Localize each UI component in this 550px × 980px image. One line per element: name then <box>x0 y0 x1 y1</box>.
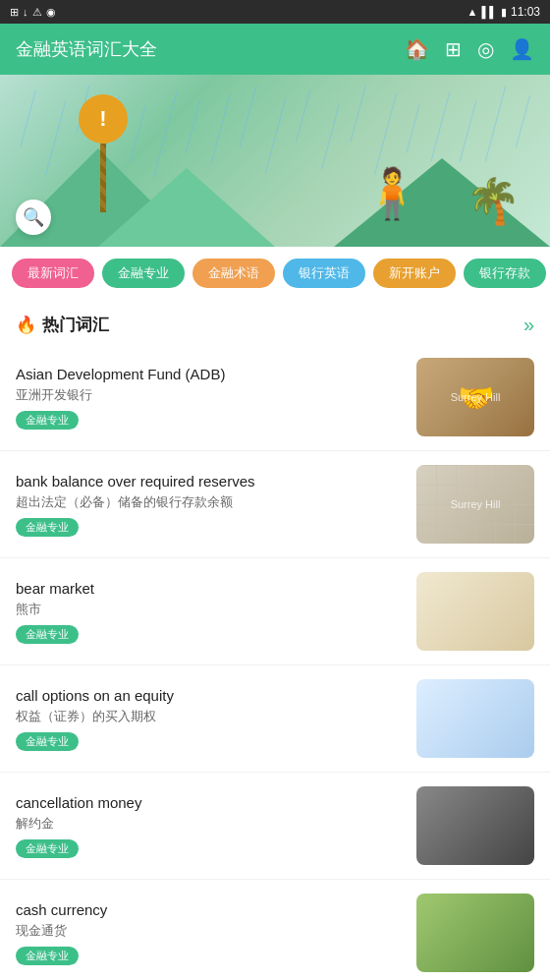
word-english: cash currency <box>16 901 405 918</box>
app-header: 金融英语词汇大全 🏠 ⊞ ◎ 👤 <box>0 24 550 75</box>
word-chinese: 权益（证券）的买入期权 <box>16 708 405 725</box>
word-english: Asian Development Fund (ADB) <box>16 366 405 382</box>
battery-icon: ▮ <box>501 6 507 19</box>
app-title: 金融英语词汇大全 <box>16 37 157 61</box>
category-pill[interactable]: 银行英语 <box>283 259 365 288</box>
download-status-icon: ↓ <box>23 6 28 18</box>
category-pills: 最新词汇金融专业金融术语银行英语新开账户银行存款取款结余 <box>0 247 550 300</box>
status-bar: ⊞ ↓ ⚠ ◉ ▲ ▌▌ ▮ 11:03 <box>0 0 550 24</box>
character-decoration: 🧍 <box>361 165 422 222</box>
word-image <box>416 572 534 651</box>
word-list: Asian Development Fund (ADB) 亚洲开发银行 金融专业… <box>0 344 550 980</box>
android-status-icon: ◉ <box>46 6 56 19</box>
status-right-icons: ▲ ▌▌ ▮ 11:03 <box>467 5 540 19</box>
grid-view-icon[interactable]: ⊞ <box>445 37 462 61</box>
warning-status-icon: ⚠ <box>32 6 42 19</box>
banner-background: ! 🧍 🌴 <box>0 75 550 247</box>
sign-pole <box>100 144 106 212</box>
person-circle-icon[interactable]: ◎ <box>477 37 494 61</box>
signal-icon: ▌▌ <box>481 6 497 18</box>
image-label: Surrey Hill <box>447 387 505 407</box>
fire-emoji: 🔥 <box>16 315 36 335</box>
word-info: call options on an equity 权益（证券）的买入期权 金融… <box>16 687 405 751</box>
header-icons: 🏠 ⊞ ◎ 👤 <box>405 37 534 61</box>
word-item[interactable]: call options on an equity 权益（证券）的买入期权 金融… <box>0 665 550 773</box>
word-tag: 金融专业 <box>16 518 79 537</box>
word-image <box>416 679 534 758</box>
word-english: cancellation money <box>16 794 405 811</box>
word-tag: 金融专业 <box>16 411 79 430</box>
hot-title-text: 热门词汇 <box>42 314 109 336</box>
word-chinese: 熊市 <box>16 601 405 618</box>
banner-search-button[interactable]: 🔍 <box>16 200 51 235</box>
word-tag: 金融专业 <box>16 732 79 751</box>
word-item[interactable]: cash currency 现金通货 金融专业 <box>0 880 550 980</box>
home-icon[interactable]: 🏠 <box>405 37 429 61</box>
word-item[interactable]: cancellation money 解约金 金融专业 <box>0 773 550 880</box>
word-info: Asian Development Fund (ADB) 亚洲开发银行 金融专业 <box>16 366 405 430</box>
word-tag: 金融专业 <box>16 839 79 858</box>
more-arrow-button[interactable]: » <box>523 314 534 336</box>
category-pill[interactable]: 最新词汇 <box>12 259 94 288</box>
category-pill[interactable]: 金融专业 <box>102 259 185 288</box>
hot-section-title: 🔥 热门词汇 <box>16 314 109 336</box>
wifi-icon: ▲ <box>467 6 477 18</box>
sign-board: ! <box>79 94 128 144</box>
word-image: Surrey Hill <box>416 358 534 436</box>
word-info: cancellation money 解约金 金融专业 <box>16 794 405 858</box>
time-display: 11:03 <box>511 5 540 19</box>
hero-banner: ! 🧍 🌴 🔍 <box>0 75 550 247</box>
category-pill[interactable]: 金融术语 <box>192 259 275 288</box>
word-tag: 金融专业 <box>16 947 79 965</box>
word-item[interactable]: bear market 熊市 金融专业 <box>0 558 550 665</box>
person-icon[interactable]: 👤 <box>510 37 534 61</box>
word-english: bank balance over required reserves <box>16 473 405 490</box>
word-item[interactable]: bank balance over required reserves 超出法定… <box>0 451 550 558</box>
word-chinese: 现金通货 <box>16 922 405 940</box>
grid-status-icon: ⊞ <box>10 6 19 19</box>
word-chinese: 解约金 <box>16 815 405 833</box>
word-info: bear market 熊市 金融专业 <box>16 580 405 644</box>
image-label: Surrey Hill <box>447 494 505 514</box>
word-tag: 金融专业 <box>16 625 79 644</box>
word-english: call options on an equity <box>16 687 405 704</box>
word-image: Surrey Hill <box>416 465 534 544</box>
signpost-decoration: ! <box>79 94 128 212</box>
word-chinese: 亚洲开发银行 <box>16 386 405 404</box>
hot-section-header: 🔥 热门词汇 » <box>0 300 550 344</box>
palm-decoration: 🌴 <box>466 175 521 227</box>
word-info: cash currency 现金通货 金融专业 <box>16 901 405 965</box>
category-pill[interactable]: 银行存款 <box>464 259 546 288</box>
word-info: bank balance over required reserves 超出法定… <box>16 473 405 537</box>
word-item[interactable]: Asian Development Fund (ADB) 亚洲开发银行 金融专业… <box>0 344 550 451</box>
search-icon: 🔍 <box>23 206 44 228</box>
word-image <box>416 786 534 865</box>
category-pill[interactable]: 新开账户 <box>373 259 456 288</box>
word-chinese: 超出法定（必备）储备的银行存款余额 <box>16 493 405 511</box>
word-image <box>416 894 534 972</box>
status-left-icons: ⊞ ↓ ⚠ ◉ <box>10 6 56 19</box>
word-english: bear market <box>16 580 405 597</box>
